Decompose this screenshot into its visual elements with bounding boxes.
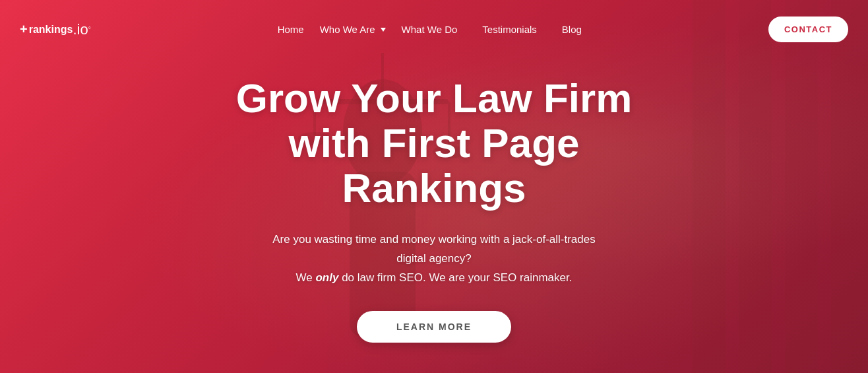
hero-title-line2: with First Page Rankings	[289, 120, 580, 211]
blog-link[interactable]: Blog	[553, 18, 591, 40]
navbar: +rankings.io° Home Who We Are What We Do…	[0, 0, 868, 59]
nav-item-testimonials[interactable]: Testimonials	[473, 24, 546, 36]
who-we-are-link[interactable]: Who We Are	[320, 7, 386, 51]
nav-item-who-we-are[interactable]: Who We Are	[320, 12, 386, 47]
hero-section: +rankings.io° Home Who We Are What We Do…	[0, 0, 868, 373]
hero-subtitle-line2: digital agency?	[396, 252, 471, 265]
nav-item-home[interactable]: Home	[268, 24, 313, 36]
learn-more-button[interactable]: LEARN MORE	[357, 311, 511, 343]
hero-content: Grow Your Law Firm with First Page Ranki…	[137, 59, 731, 373]
testimonials-link[interactable]: Testimonials	[473, 18, 546, 40]
nav-links: Home Who We Are What We Do Testimonials …	[268, 12, 591, 47]
nav-item-what-we-do[interactable]: What We Do	[392, 24, 467, 36]
logo-io-text: io	[77, 21, 88, 38]
what-we-do-link[interactable]: What We Do	[392, 18, 467, 40]
who-we-are-dropdown: Who We Are	[320, 24, 386, 35]
hero-subtitle-line3-suffix: do law firm SEO. We are your SEO rainmak…	[338, 271, 572, 284]
nav-item-blog[interactable]: Blog	[553, 24, 591, 36]
logo-rankings-text: rankings	[29, 24, 73, 36]
logo-degree: °	[88, 26, 91, 33]
hero-subtitle: Are you wasting time and money working w…	[272, 230, 595, 288]
hero-subtitle-line1: Are you wasting time and money working w…	[272, 233, 595, 246]
chevron-down-icon	[381, 28, 386, 32]
contact-button[interactable]: CONTACT	[768, 17, 848, 42]
logo[interactable]: +rankings.io°	[20, 21, 91, 38]
hero-subtitle-line3-prefix: We	[296, 271, 316, 284]
hero-subtitle-only: only	[315, 271, 338, 284]
hero-title-line1: Grow Your Law Firm	[236, 75, 633, 121]
home-link[interactable]: Home	[268, 18, 313, 40]
logo-plus-icon: +	[20, 22, 28, 37]
hero-title: Grow Your Law Firm with First Page Ranki…	[203, 76, 665, 211]
